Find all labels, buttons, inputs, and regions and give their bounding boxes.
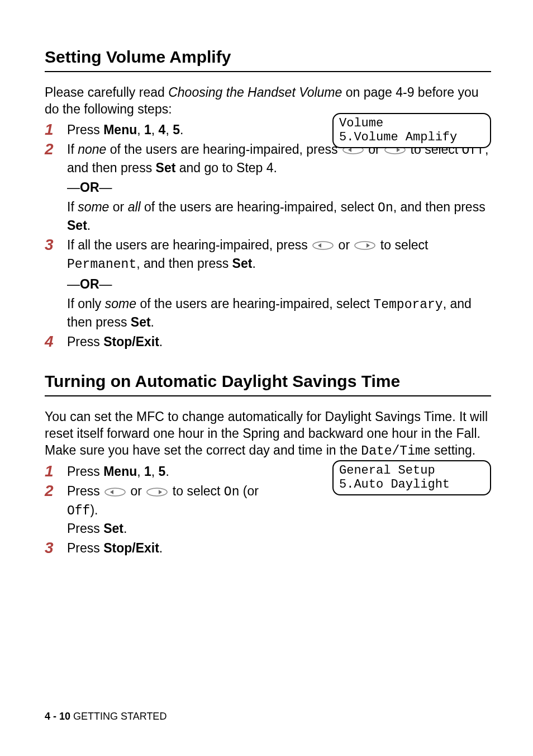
step-number: 1 (45, 121, 67, 139)
step-body: If none of the users are hearing-impaire… (67, 141, 491, 234)
nav-left-icon (104, 484, 126, 501)
step-body: If all the users are hearing-impaired, p… (67, 237, 491, 331)
lcd-line-1: Volume (339, 116, 484, 130)
step-body: Press Menu, 1, 4, 5. (67, 121, 279, 139)
or-divider: —OR— (67, 179, 491, 196)
lcd-display-daylight: General Setup 5.Auto Daylight (332, 460, 491, 495)
step-number: 3 (45, 540, 67, 557)
page-number: 4 - 10 (45, 711, 70, 722)
step-body: Press Menu, 1, 5. (67, 463, 279, 480)
nav-right-icon (354, 237, 375, 254)
or-divider: —OR— (67, 276, 491, 293)
step-number: 4 (45, 333, 67, 351)
lcd-line-2: 5.Auto Daylight (339, 478, 484, 492)
page-footer: 4 - 10 GETTING STARTED (45, 711, 166, 722)
svg-point-2 (313, 242, 333, 249)
step-body: Press Stop/Exit. (67, 333, 491, 351)
intro-text-2: You can set the MFC to change automatica… (45, 409, 491, 460)
step-number: 2 (45, 483, 67, 537)
step-2: 2 If none of the users are hearing-impai… (45, 141, 491, 234)
section-heading-daylight: Turning on Automatic Daylight Savings Ti… (45, 372, 491, 396)
step-list-1: 1 Press Menu, 1, 4, 5. 2 If none of the … (45, 121, 491, 351)
step-body: Press Stop/Exit. (67, 540, 491, 557)
svg-point-5 (147, 488, 167, 496)
step-number: 2 (45, 141, 67, 234)
lcd-line-1: General Setup (339, 464, 484, 478)
chapter-name: GETTING STARTED (70, 711, 166, 722)
step-3: 3 If all the users are hearing-impaired,… (45, 237, 491, 331)
step-3: 3 Press Stop/Exit. (45, 540, 491, 557)
svg-point-4 (105, 488, 125, 496)
nav-right-icon (146, 484, 168, 501)
lcd-display-volume: Volume 5.Volume Amplify (332, 113, 491, 148)
step-number: 1 (45, 463, 67, 480)
step-4: 4 Press Stop/Exit. (45, 333, 491, 351)
svg-point-3 (355, 242, 375, 249)
lcd-line-2: 5.Volume Amplify (339, 130, 484, 144)
step-number: 3 (45, 237, 67, 331)
section-heading-volume-amplify: Setting Volume Amplify (45, 48, 491, 72)
nav-left-icon (312, 237, 334, 254)
